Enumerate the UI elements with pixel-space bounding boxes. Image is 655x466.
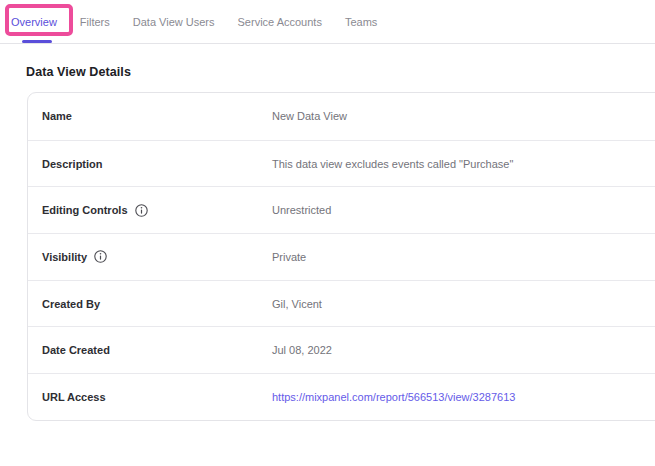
- details-card: Name New Data View Description This data…: [27, 92, 655, 421]
- detail-row-label: Description: [42, 158, 272, 170]
- detail-label-text: Date Created: [42, 344, 110, 356]
- detail-row-visibility: Visibility Private: [28, 233, 655, 280]
- detail-row-description: Description This data view excludes even…: [28, 140, 655, 187]
- detail-row-date-created: Date Created Jul 08, 2022: [28, 326, 655, 373]
- detail-label-text: Editing Controls: [42, 204, 128, 216]
- detail-row-value: https://mixpanel.com/report/566513/view/…: [272, 391, 515, 403]
- page-title: Data View Details: [26, 65, 655, 79]
- tab-data-view-users[interactable]: Data View Users: [133, 16, 215, 28]
- detail-row-label: Created By: [42, 298, 272, 310]
- detail-row-created-by: Created By Gil, Vicent: [28, 280, 655, 327]
- detail-row-value: Private: [272, 251, 306, 263]
- tab-overview[interactable]: Overview: [11, 16, 57, 28]
- detail-row-label: Editing Controls: [42, 204, 272, 217]
- tab-teams[interactable]: Teams: [345, 16, 377, 28]
- active-tab-indicator: [22, 40, 52, 43]
- tab-service-accounts[interactable]: Service Accounts: [238, 16, 322, 28]
- url-access-link[interactable]: https://mixpanel.com/report/566513/view/…: [272, 391, 515, 403]
- detail-row-label: Date Created: [42, 344, 272, 356]
- detail-label-text: URL Access: [42, 391, 106, 403]
- detail-row-value: Jul 08, 2022: [272, 344, 332, 356]
- detail-row-value: This data view excludes events called "P…: [272, 158, 513, 170]
- info-icon[interactable]: [135, 204, 148, 217]
- detail-row-value: Gil, Vicent: [272, 298, 322, 310]
- detail-row-value: Unrestricted: [272, 204, 331, 216]
- detail-row-name: Name New Data View: [28, 93, 655, 140]
- detail-label-text: Name: [42, 110, 72, 122]
- detail-label-text: Created By: [42, 298, 100, 310]
- data-view-settings-page: Overview Filters Data View Users Service…: [0, 0, 655, 421]
- detail-row-editing-controls: Editing Controls Unrestricted: [28, 186, 655, 233]
- detail-row-label: URL Access: [42, 391, 272, 403]
- detail-label-text: Description: [42, 158, 103, 170]
- tab-filters[interactable]: Filters: [80, 16, 110, 28]
- detail-row-label: Visibility: [42, 250, 272, 263]
- detail-row-label: Name: [42, 110, 272, 122]
- detail-label-text: Visibility: [42, 251, 87, 263]
- detail-row-value: New Data View: [272, 110, 347, 122]
- tab-bar: Overview Filters Data View Users Service…: [0, 0, 655, 44]
- detail-row-url-access: URL Access https://mixpanel.com/report/5…: [28, 373, 655, 420]
- info-icon[interactable]: [94, 250, 107, 263]
